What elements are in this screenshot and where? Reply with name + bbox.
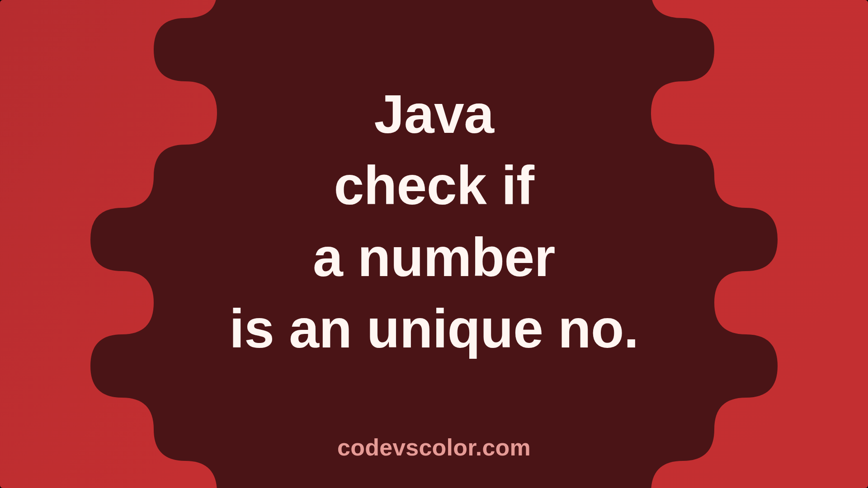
title-line-1: Java [229,78,638,150]
title-line-2: check if [229,150,638,221]
watermark-text: codevscolor.com [337,434,531,461]
banner-title: Java check if a number is an unique no. [229,78,638,365]
banner-canvas: Java check if a number is an unique no. … [0,0,868,488]
title-line-4: is an unique no. [229,293,638,364]
title-line-3: a number [229,221,638,292]
